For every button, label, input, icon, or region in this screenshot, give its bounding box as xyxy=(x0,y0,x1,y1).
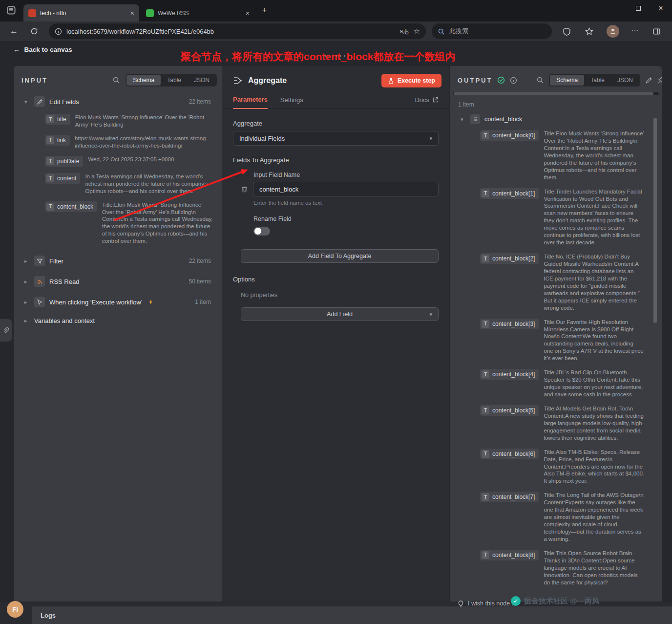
refresh-icon[interactable] xyxy=(30,27,38,35)
field-key-pill[interactable]: Ttitle xyxy=(45,114,70,125)
scrollbar-thumb[interactable] xyxy=(454,92,653,95)
chevron-down-icon[interactable]: ▾ xyxy=(24,99,30,105)
field-to-aggregate-item: Input Field Name Enter the field name as… xyxy=(233,172,439,236)
field-key-label: content xyxy=(57,175,76,182)
back-navigation-icon[interactable]: ← xyxy=(10,26,18,36)
field-key-label: content_block[2] xyxy=(492,255,535,262)
browser-tab-inactive[interactable]: WeWe RSS × xyxy=(141,4,254,22)
tab-json[interactable]: JSON xyxy=(188,75,216,86)
output-horizontal-scrollbar[interactable] xyxy=(453,92,659,95)
field-key-pill[interactable]: TpubDate xyxy=(45,156,83,167)
aggregate-mode-select[interactable]: Individual Fields ▾ xyxy=(233,131,439,146)
node-name: Variables and context xyxy=(34,317,95,324)
tab-table[interactable]: Table xyxy=(584,75,611,86)
docs-link[interactable]: Docs xyxy=(415,96,439,108)
search-icon[interactable] xyxy=(536,76,544,84)
translate-icon[interactable]: aあ xyxy=(400,27,409,36)
input-node-row[interactable]: ▸Filter22 items xyxy=(14,251,222,271)
tab-schema[interactable]: Schema xyxy=(550,75,584,86)
field-value: https://www.wired.com/story/elon-musk-wa… xyxy=(75,135,214,150)
search-box[interactable]: 此搜索 xyxy=(432,23,552,39)
node-item-count: 1 item xyxy=(195,299,214,305)
tab-close-icon[interactable]: × xyxy=(130,9,134,17)
rename-field-toggle[interactable] xyxy=(253,227,270,236)
field-key-pill[interactable]: Tcontent_block[6] xyxy=(480,449,539,459)
field-key-pill[interactable]: Tcontent_block xyxy=(45,201,97,212)
add-option-button[interactable]: Add Field ▾ xyxy=(241,307,439,321)
aggregate-mode-value: Individual Fields xyxy=(239,135,285,142)
chevron-down-icon[interactable]: ▾ xyxy=(461,116,466,123)
rename-field-label: Rename Field xyxy=(253,215,439,222)
no-properties-text: No properties xyxy=(241,292,439,299)
site-info-icon[interactable] xyxy=(55,28,62,35)
favorites-bar-icon[interactable] xyxy=(585,27,593,36)
field-key-pill[interactable]: Tcontent_block[1] xyxy=(480,188,539,199)
wewe-rss-favicon-icon xyxy=(146,9,154,17)
field-value: Title:The Long Tail of the AWS Outage\n … xyxy=(544,492,644,543)
url-text[interactable]: localhost:5679/workflow/72RoUZftlePXE42L… xyxy=(66,28,396,35)
output-vertical-scrollbar[interactable] xyxy=(653,118,657,323)
info-icon[interactable] xyxy=(510,77,517,84)
trash-icon[interactable] xyxy=(241,186,248,193)
watermark-check-icon: ✓ xyxy=(511,596,521,606)
output-root-row[interactable]: ▾ content_block xyxy=(450,108,662,128)
field-key-pill[interactable]: Tcontent_block[5] xyxy=(480,405,539,416)
new-tab-button[interactable]: + xyxy=(262,5,267,16)
field-key-pill[interactable]: Tcontent_block[0] xyxy=(480,130,539,141)
tab-table[interactable]: Table xyxy=(161,75,188,86)
field-key-pill[interactable]: Tcontent_block[7] xyxy=(480,492,539,502)
field-key-pill[interactable]: Tcontent_block[8] xyxy=(480,550,539,560)
side-panel-handle[interactable] xyxy=(0,319,13,342)
schema-field-row: Tcontent_blockTitle:Elon Musk Wants ‘Str… xyxy=(45,201,214,245)
field-key-label: content_block[8] xyxy=(492,552,535,559)
field-value: Title:Tinder Launches Mandatory Facial V… xyxy=(544,188,644,247)
type-text-icon: T xyxy=(482,131,489,139)
sidebar-toggle-icon[interactable] xyxy=(652,27,661,36)
chevron-right-icon[interactable]: ▸ xyxy=(24,299,30,305)
logs-bar[interactable]: Logs xyxy=(32,606,672,624)
window-minimize-button[interactable]: – xyxy=(605,0,627,16)
edit-fields-node-header[interactable]: ▾ Edit Fields 22 items xyxy=(14,91,222,112)
field-key-pill[interactable]: Tcontent_block[4] xyxy=(480,369,539,380)
execute-step-button[interactable]: Execute step xyxy=(381,74,441,87)
window-close-button[interactable]: × xyxy=(650,0,672,16)
output-items: Tcontent_block[0]Title:Elon Musk Wants ‘… xyxy=(450,128,662,591)
chevron-right-icon[interactable]: ▸ xyxy=(24,279,30,285)
field-key-pill[interactable]: Tcontent xyxy=(45,173,80,184)
browser-tab-active[interactable]: tech - n8n × xyxy=(23,4,139,22)
add-field-to-aggregate-button[interactable]: Add Field To Aggregate xyxy=(241,249,439,263)
tab-json[interactable]: JSON xyxy=(611,75,639,86)
back-to-canvas-link[interactable]: ← Back to canvas xyxy=(13,46,72,53)
tab-parameters[interactable]: Parameters xyxy=(233,96,268,109)
tab-schema[interactable]: Schema xyxy=(126,75,161,86)
browser-address-bar: ← localhost:5679/workflow/72RoUZftlePXE4… xyxy=(0,22,672,41)
profile-avatar[interactable] xyxy=(607,25,619,38)
field-key-pill[interactable]: Tcontent_block[2] xyxy=(480,253,539,264)
browser-essentials-icon[interactable] xyxy=(563,27,571,36)
pin-data-icon[interactable] xyxy=(657,76,662,84)
tab-settings[interactable]: Settings xyxy=(280,96,303,108)
tab-close-icon[interactable]: × xyxy=(246,9,250,17)
search-icon[interactable] xyxy=(112,76,120,84)
user-avatar[interactable]: FI xyxy=(7,601,23,618)
field-key-pill[interactable]: Tcontent_block[3] xyxy=(480,319,539,329)
chevron-right-icon[interactable]: ▸ xyxy=(24,258,30,264)
field-key-pill[interactable]: Tlink xyxy=(45,135,70,146)
tab-actions-icon[interactable] xyxy=(6,5,17,16)
schema-field-row: Tcontent_block[7]Title:The Long Tail of … xyxy=(480,492,644,543)
input-node-row[interactable]: ▸RSS Read50 items xyxy=(14,271,222,292)
input-node-row[interactable]: ▸Variables and context xyxy=(14,312,222,329)
field-name-input[interactable] xyxy=(253,182,439,196)
maximize-icon xyxy=(636,6,641,11)
window-maximize-button[interactable] xyxy=(627,0,650,16)
favorite-star-icon[interactable]: ☆ xyxy=(414,27,420,36)
edit-output-icon[interactable] xyxy=(645,77,652,84)
more-menu-icon[interactable]: … xyxy=(631,24,639,33)
node-feedback-link[interactable]: I wish this node... xyxy=(457,600,515,607)
input-node-row[interactable]: ▸When clicking ‘Execute workflow’1 item xyxy=(14,292,222,312)
field-key-label: pubDate xyxy=(57,158,79,165)
url-bar[interactable]: localhost:5679/workflow/72RoUZftlePXE42L… xyxy=(49,23,426,39)
field-value: Title:Elon Musk Wants ‘Strong Influence’… xyxy=(544,130,644,181)
chevron-right-icon[interactable]: ▸ xyxy=(24,318,30,324)
field-value: Title:JBL’s Rad Clip-On Bluetooth Speake… xyxy=(544,369,644,398)
